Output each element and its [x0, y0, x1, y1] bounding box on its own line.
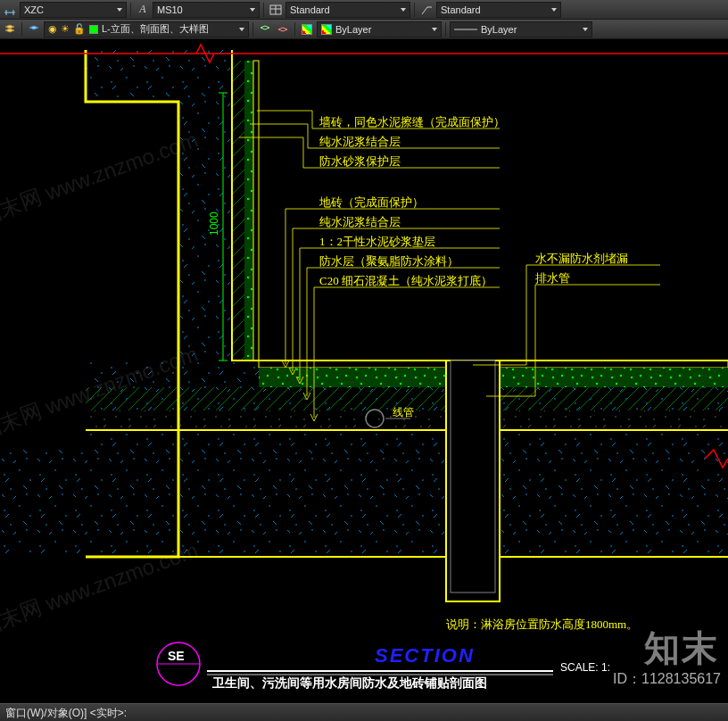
layer-name-value: L-立面、剖面图、大样图 [102, 22, 209, 36]
chevron-down-icon [250, 8, 255, 12]
bulb-icon: ◉ [48, 23, 57, 35]
right-label-1: 排水管 [535, 271, 570, 285]
right-label-0: 水不漏防水剂堵漏 [535, 252, 628, 265]
pipe-label: 线管 [393, 406, 414, 419]
mleader-style-value: Standard [441, 4, 481, 15]
layer-props-icon[interactable] [2, 21, 18, 37]
mleader-style-icon[interactable] [418, 2, 434, 18]
wall-label-1: 纯水泥浆结合层 [319, 135, 401, 148]
floor-label-3: 防水层（聚氨脂防水涂料） [319, 254, 459, 268]
title-chinese: 卫生间、污洗间等用水房间防水及地砖铺贴剖面图 [211, 675, 487, 690]
separator [445, 22, 446, 37]
text-style-value: MS10 [157, 4, 183, 15]
svg-line-6 [422, 7, 427, 14]
table-style-dropdown[interactable]: Standard [285, 2, 410, 18]
command-line[interactable]: 窗口(W)/对象(O)] <实时>: [0, 703, 728, 721]
drawing-viewport[interactable]: 线管 1000 墙砖，同色水泥擦缝（完成面保护） 纯水泥浆结合层 防水砂浆保护层 [0, 39, 728, 703]
linetype-value: ByLayer [481, 24, 517, 35]
table-style-value: Standard [290, 4, 330, 15]
toolbar-row-layers: ◉ ☀ 🔓 L-立面、剖面图、大样图 ByLayer ByLayer [0, 20, 728, 39]
chevron-down-icon [432, 28, 437, 31]
dim-style-value: XZC [24, 4, 44, 15]
wall-label-2: 防水砂浆保护层 [319, 154, 401, 168]
svg-marker-27 [86, 50, 232, 360]
layer-dropdown[interactable]: ◉ ☀ 🔓 L-立面、剖面图、大样图 [44, 21, 249, 37]
chevron-down-icon [583, 28, 588, 31]
linetype-preview-icon [454, 26, 477, 33]
layer-tool-icon[interactable] [257, 21, 273, 37]
title-english: SECTION [375, 644, 475, 667]
dim-style-icon[interactable] [2, 2, 18, 18]
chevron-down-icon [239, 28, 244, 31]
svg-rect-40 [451, 360, 495, 593]
separator [263, 3, 264, 17]
wall-label-0: 墙砖，同色水泥擦缝（完成面保护） [318, 115, 505, 128]
color-swatch-icon [302, 24, 312, 35]
chevron-down-icon [117, 8, 122, 12]
cad-drawing: 线管 1000 墙砖，同色水泥擦缝（完成面保护） 纯水泥浆结合层 防水砂浆保护层 [0, 39, 728, 703]
chevron-down-icon [401, 8, 406, 12]
svg-rect-32 [253, 61, 259, 360]
floor-label-0: 地砖（完成面保护） [318, 195, 424, 209]
color-dropdown[interactable]: ByLayer [317, 21, 442, 37]
separator [294, 22, 295, 37]
chevron-down-icon [551, 8, 557, 12]
color-swatch [321, 24, 332, 35]
svg-rect-28 [0, 450, 728, 557]
floor-label-4: C20 细石混凝土（纯水泥浆打底） [319, 274, 492, 287]
section-marker: SE [168, 649, 185, 663]
linetype-dropdown[interactable]: ByLayer [450, 21, 592, 37]
table-style-icon[interactable] [268, 2, 284, 18]
layer-tool2-icon[interactable] [275, 21, 291, 37]
separator [130, 3, 131, 17]
color-value: ByLayer [335, 24, 371, 35]
scale-label: SCALE: 1: [560, 661, 610, 674]
dimension-height: 1000 [208, 211, 220, 236]
text-style-dropdown[interactable]: MS10 [153, 2, 260, 18]
svg-rect-31 [244, 61, 253, 360]
text-style-icon[interactable]: A [135, 2, 151, 18]
floor-label-2: 1：2干性水泥砂浆垫层 [319, 235, 435, 248]
mleader-style-dropdown[interactable]: Standard [436, 2, 561, 18]
command-prompt: 窗口(W)/对象(O)] <实时>: [5, 707, 127, 719]
separator [252, 22, 253, 37]
layer-color-swatch [89, 25, 98, 34]
layer-states-icon[interactable] [26, 21, 42, 37]
drawing-note: 说明：淋浴房位置防水高度1800mm。 [446, 617, 638, 631]
floor-label-1: 纯水泥浆结合层 [319, 215, 401, 228]
watermark-brand: 知末 [644, 624, 719, 673]
lock-icon: 🔓 [73, 23, 86, 35]
toolbar-row-styles: XZC A MS10 Standard Standard [0, 0, 728, 20]
separator [414, 3, 415, 17]
watermark-id: ID：1128135617 [613, 670, 721, 689]
sun-icon: ☀ [61, 23, 70, 35]
svg-rect-30 [232, 61, 244, 360]
color-control-icon[interactable] [299, 21, 315, 37]
dim-style-dropdown[interactable]: XZC [20, 2, 127, 18]
separator [21, 22, 22, 37]
